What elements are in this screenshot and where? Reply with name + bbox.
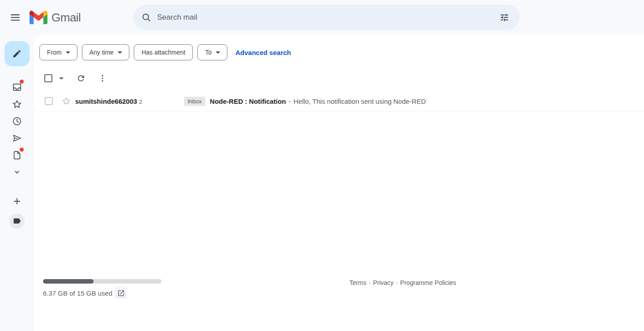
- more-vert-icon: [98, 74, 107, 83]
- subject-snippet-separator: -: [289, 98, 291, 105]
- hamburger-icon: [9, 12, 21, 23]
- sidebar-item-new-label[interactable]: [6, 194, 28, 208]
- mail-sender: sumitshinde6620032: [75, 98, 184, 105]
- plus-icon: [12, 196, 22, 207]
- gmail-m-icon: [30, 11, 47, 24]
- sidebar-item-more[interactable]: [6, 165, 28, 179]
- sidebar-item-labels[interactable]: [9, 213, 25, 229]
- storage-used-text: 6.37 GB of 15 GB used: [43, 289, 112, 297]
- clock-icon: [12, 116, 22, 127]
- search-input[interactable]: [157, 13, 494, 22]
- chip-label: Any time: [90, 49, 114, 56]
- search-icon: [141, 13, 151, 22]
- open-in-new-icon: [117, 289, 125, 297]
- sidebar-item-starred[interactable]: [6, 97, 28, 111]
- sidebar-item-inbox[interactable]: [6, 80, 28, 94]
- more-options-button[interactable]: [94, 69, 111, 87]
- sidebar-nav: [6, 80, 28, 179]
- search-filter-chips: From Any time Has attachment To Advanced…: [39, 44, 644, 60]
- empty-list-area: [34, 112, 644, 279]
- mail-row[interactable]: sumitshinde6620032 Inbox Node-RED : Noti…: [34, 91, 644, 112]
- star-button[interactable]: [61, 96, 72, 106]
- gmail-app: Gmail: [0, 0, 644, 331]
- sender-name: sumitshinde662003: [75, 98, 137, 105]
- main-menu-button[interactable]: [4, 7, 26, 28]
- inbox-label-badge: Inbox: [184, 97, 205, 106]
- filter-chip-to[interactable]: To: [197, 44, 227, 60]
- chevron-down-icon: [12, 167, 22, 177]
- search-bar: [133, 5, 520, 30]
- filter-chip-any-time[interactable]: Any time: [82, 44, 129, 60]
- refresh-button[interactable]: [72, 69, 90, 87]
- programme-policies-link[interactable]: Programme Policies: [400, 279, 456, 286]
- notification-dot: [20, 148, 24, 152]
- star-icon: [12, 99, 22, 110]
- manage-storage-link[interactable]: [115, 287, 127, 299]
- privacy-link[interactable]: Privacy: [373, 279, 393, 286]
- chevron-down-icon: [216, 51, 220, 54]
- top-header: Gmail: [0, 0, 644, 35]
- sidebar: [0, 35, 34, 331]
- footer-links: Terms·Privacy·Programme Policies: [162, 279, 644, 286]
- thread-count: 2: [139, 98, 142, 105]
- select-all-checkbox[interactable]: [44, 74, 52, 82]
- link-separator: ·: [396, 279, 398, 286]
- storage-meter: 6.37 GB of 15 GB used: [43, 279, 162, 299]
- list-toolbar: [34, 69, 644, 87]
- chip-label: From: [47, 49, 62, 56]
- storage-bar-fill: [43, 279, 94, 284]
- pencil-icon: [12, 49, 22, 59]
- star-icon: [61, 96, 71, 106]
- filter-chip-has-attachment[interactable]: Has attachment: [134, 44, 193, 60]
- storage-bar: [43, 279, 162, 284]
- send-icon: [12, 133, 22, 144]
- compose-button[interactable]: [4, 41, 30, 66]
- sidebar-item-drafts[interactable]: [6, 148, 28, 162]
- chevron-down-icon: [118, 51, 122, 54]
- gmail-logo[interactable]: Gmail: [30, 11, 81, 25]
- footer-area: 6.37 GB of 15 GB used Terms·Privacy·Prog…: [34, 279, 644, 331]
- storage-text-row: 6.37 GB of 15 GB used: [43, 287, 162, 299]
- terms-link[interactable]: Terms: [350, 279, 367, 286]
- chevron-down-icon: [59, 77, 64, 80]
- chevron-down-icon: [66, 51, 70, 54]
- refresh-icon: [77, 74, 85, 83]
- link-separator: ·: [369, 279, 371, 286]
- main-panel: From Any time Has attachment To Advanced…: [34, 35, 644, 331]
- notification-dot: [20, 80, 24, 84]
- chip-label: Has attachment: [141, 49, 185, 56]
- mail-subject: Node-RED : Notification: [210, 98, 286, 105]
- tune-icon: [499, 13, 509, 22]
- search-button[interactable]: [136, 7, 157, 28]
- select-dropdown-button[interactable]: [56, 73, 67, 84]
- chip-label: To: [205, 49, 212, 56]
- body-row: From Any time Has attachment To Advanced…: [0, 35, 644, 331]
- sidebar-item-snoozed[interactable]: [6, 114, 28, 128]
- label-tag-icon: [13, 216, 21, 225]
- mail-snippet: Hello, This notification sent using Node…: [294, 98, 426, 105]
- gmail-logo-text: Gmail: [51, 11, 81, 25]
- filter-chip-from[interactable]: From: [39, 44, 77, 60]
- search-options-button[interactable]: [494, 7, 515, 28]
- row-checkbox[interactable]: [45, 97, 53, 105]
- advanced-search-link[interactable]: Advanced search: [235, 49, 291, 56]
- sidebar-item-sent[interactable]: [6, 131, 28, 145]
